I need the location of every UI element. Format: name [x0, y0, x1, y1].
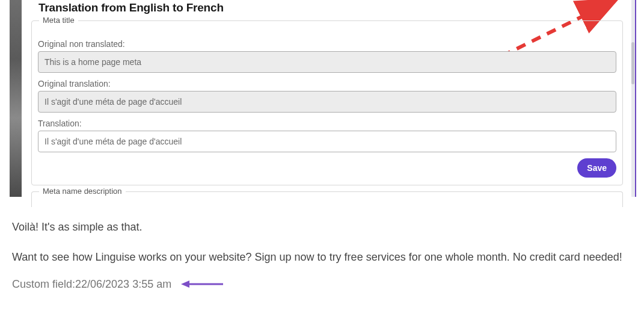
original-translation-input — [38, 91, 616, 113]
meta-title-fieldset: Meta title Original non translated: Orig… — [31, 20, 623, 185]
original-non-translated-label: Original non translated: — [38, 39, 616, 49]
article-body: Voilà! It's as simple as that. Want to s… — [12, 217, 632, 267]
meta-title-legend: Meta title — [39, 16, 78, 25]
left-image-sliver — [10, 0, 22, 197]
screenshot-inset: Translation from English to French Meta … — [10, 0, 636, 197]
custom-field-row: Custom field: 22/06/2023 3:55 am — [12, 278, 632, 291]
annotation-purple-arrow — [181, 279, 223, 289]
article-p1: Voilà! It's as simple as that. — [12, 217, 632, 237]
original-non-translated-input — [38, 51, 616, 73]
custom-field-label: Custom field: — [12, 278, 75, 291]
scrollbar[interactable] — [631, 0, 636, 197]
meta-name-description-fieldset: Meta name description — [31, 191, 623, 207]
meta-name-description-legend: Meta name description — [39, 187, 126, 196]
custom-field-value: 22/06/2023 3:55 am — [75, 278, 171, 291]
save-button[interactable]: Save — [577, 158, 616, 178]
translation-panel: Translation from English to French Meta … — [31, 0, 623, 207]
panel-title: Translation from English to French — [38, 1, 623, 14]
original-translation-label: Original translation: — [38, 79, 616, 88]
translation-input[interactable] — [38, 131, 616, 152]
article-p2: Want to see how Linguise works on your w… — [12, 247, 632, 267]
translation-label: Translation: — [38, 119, 616, 128]
